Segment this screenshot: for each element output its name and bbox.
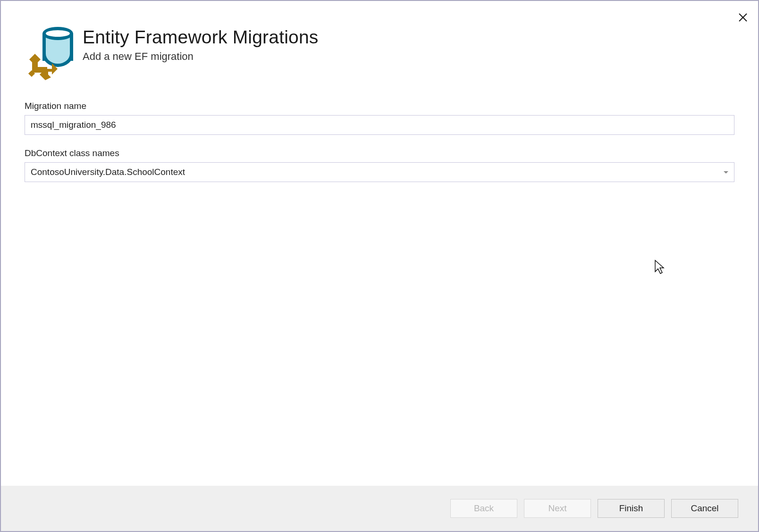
- ef-migration-icon: [25, 27, 74, 81]
- migration-name-input[interactable]: [25, 115, 734, 135]
- svg-marker-5: [655, 260, 664, 274]
- dbcontext-label: DbContext class names: [25, 148, 734, 158]
- cancel-button[interactable]: Cancel: [671, 499, 738, 518]
- dialog-subtitle: Add a new EF migration: [83, 50, 319, 63]
- dbcontext-select[interactable]: ContosoUniversity.Data.SchoolContext: [25, 162, 734, 182]
- cursor-icon: [654, 259, 666, 274]
- finish-button[interactable]: Finish: [598, 499, 665, 518]
- dialog-header: Entity Framework Migrations Add a new EF…: [25, 1, 734, 81]
- dialog-footer: Back Next Finish Cancel: [1, 486, 758, 531]
- migration-name-label: Migration name: [25, 101, 734, 111]
- next-button[interactable]: Next: [524, 499, 591, 518]
- chevron-down-icon: [724, 171, 728, 174]
- back-button[interactable]: Back: [450, 499, 517, 518]
- close-icon[interactable]: [738, 11, 748, 25]
- dbcontext-selected-value: ContosoUniversity.Data.SchoolContext: [31, 167, 724, 177]
- dialog-title: Entity Framework Migrations: [83, 27, 319, 48]
